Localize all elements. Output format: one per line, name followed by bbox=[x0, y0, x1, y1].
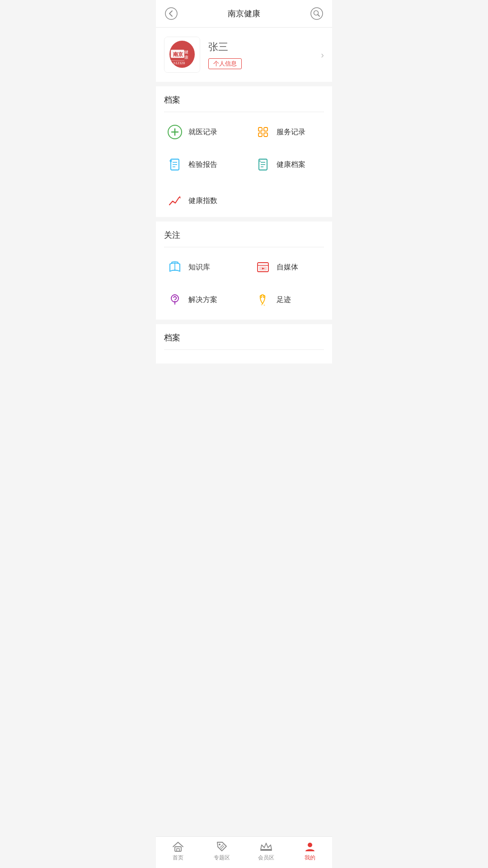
section-guanzhu-title: 关注 bbox=[156, 222, 332, 247]
svg-line-3 bbox=[318, 15, 320, 17]
solution-icon bbox=[167, 292, 183, 308]
jiankang-dangan-item[interactable]: 健康档案 bbox=[244, 148, 332, 181]
section-guanzhu: 关注 知识库 bbox=[156, 222, 332, 320]
profile-arrow-icon: › bbox=[321, 50, 324, 60]
jiuyi-jilu-item[interactable]: 就医记录 bbox=[156, 116, 244, 148]
svg-text:h12320: h12320 bbox=[174, 61, 185, 65]
svg-rect-18 bbox=[264, 133, 267, 137]
back-button[interactable] bbox=[164, 6, 178, 21]
svg-marker-29 bbox=[179, 196, 181, 198]
svg-text:健: 健 bbox=[184, 50, 188, 54]
zimeiti-item[interactable]: 自媒体 bbox=[244, 251, 332, 283]
medical-record-icon bbox=[167, 124, 183, 140]
zhishiku-label: 知识库 bbox=[188, 263, 210, 272]
jiejue-item[interactable]: 解决方案 bbox=[156, 283, 244, 316]
service-record-icon bbox=[255, 124, 271, 140]
zimeiti-label: 自媒体 bbox=[277, 263, 298, 272]
section-dangan: 档案 就医记录 bbox=[156, 86, 332, 217]
svg-point-39 bbox=[263, 296, 265, 298]
zuji-label: 足迹 bbox=[277, 295, 291, 305]
svg-point-40 bbox=[261, 304, 263, 306]
section-dangan2: 档案 bbox=[156, 324, 332, 363]
jiankang-dangan-label: 健康档案 bbox=[277, 160, 305, 170]
health-index-icon bbox=[167, 193, 183, 209]
svg-text:康: 康 bbox=[184, 55, 188, 60]
jiuyi-jilu-label: 就医记录 bbox=[188, 127, 217, 137]
page-title: 南京健康 bbox=[228, 8, 260, 19]
svg-text:南京: 南京 bbox=[173, 52, 183, 57]
svg-point-1 bbox=[311, 8, 323, 19]
profile-section[interactable]: 南京 健 康 h12320 张三 个人信息 › bbox=[156, 28, 332, 82]
jianyan-baogao-item[interactable]: 检验报告 bbox=[156, 148, 244, 181]
section-dangan2-title: 档案 bbox=[156, 324, 332, 349]
profile-badge[interactable]: 个人信息 bbox=[208, 58, 242, 69]
profile-info: 张三 个人信息 bbox=[208, 40, 321, 69]
svg-point-0 bbox=[165, 8, 177, 19]
health-archive-icon bbox=[255, 156, 271, 173]
zhishiku-item[interactable]: 知识库 bbox=[156, 251, 244, 283]
jiankang-zhishu-label: 健康指数 bbox=[188, 196, 217, 206]
search-button[interactable] bbox=[310, 6, 324, 21]
svg-point-41 bbox=[264, 305, 265, 306]
footprint-icon bbox=[255, 292, 271, 308]
guanzhu-menu: 知识库 自媒体 bbox=[156, 247, 332, 320]
jiejue-label: 解决方案 bbox=[188, 295, 217, 305]
svg-rect-15 bbox=[258, 127, 262, 131]
dangan-menu: 就医记录 服务记录 bbox=[156, 112, 332, 184]
jianyan-baogao-label: 检验报告 bbox=[188, 160, 217, 170]
section-dangan-title: 档案 bbox=[156, 86, 332, 112]
svg-point-35 bbox=[171, 295, 178, 302]
jiankang-zhishu-item[interactable]: 健康指数 bbox=[156, 184, 332, 217]
avatar: 南京 健 康 h12320 bbox=[164, 37, 200, 73]
header: 南京健康 bbox=[156, 0, 332, 28]
fuwu-jilu-item[interactable]: 服务记录 bbox=[244, 116, 332, 148]
svg-point-38 bbox=[260, 296, 262, 298]
profile-name: 张三 bbox=[208, 40, 321, 54]
svg-rect-16 bbox=[264, 127, 267, 131]
knowledge-icon bbox=[167, 259, 183, 275]
zuji-item[interactable]: 足迹 bbox=[244, 283, 332, 316]
media-icon bbox=[255, 259, 271, 275]
svg-rect-17 bbox=[258, 133, 262, 137]
test-report-icon bbox=[167, 156, 183, 173]
fuwu-jilu-label: 服务记录 bbox=[277, 127, 305, 137]
